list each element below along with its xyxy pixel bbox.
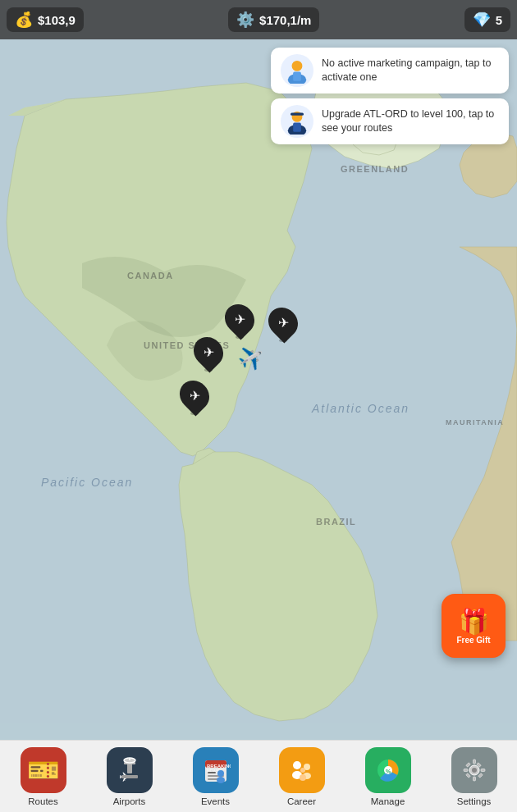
notification-2[interactable]: Upgrade ATL-ORD to level 100, tap to see… bbox=[271, 98, 509, 144]
svg-point-24 bbox=[293, 761, 301, 769]
manage-icon-wrap: % bbox=[365, 747, 411, 793]
nav-airports[interactable]: ✈ Airports bbox=[86, 747, 172, 806]
settings-label: Settings bbox=[457, 796, 492, 806]
gift-icon: 🎁 bbox=[459, 607, 489, 636]
svg-rect-6 bbox=[293, 123, 301, 132]
airport-marker-3[interactable]: ✈ bbox=[194, 336, 222, 372]
free-gift-button[interactable]: 🎁 Free Gift bbox=[442, 594, 506, 658]
revenue-icon: ⚙️ bbox=[236, 11, 254, 29]
manage-label: Manage bbox=[371, 796, 405, 806]
events-label: Events bbox=[201, 796, 230, 806]
notification-1[interactable]: No active marketing campaign, tap to act… bbox=[271, 48, 509, 94]
money-value: $103,9 bbox=[38, 13, 75, 27]
svg-rect-7 bbox=[291, 113, 304, 116]
notif-1-text: No active marketing campaign, tap to act… bbox=[322, 57, 499, 85]
airport-marker-4[interactable]: ✈ bbox=[181, 380, 208, 415]
svg-rect-14 bbox=[121, 775, 138, 778]
nav-routes[interactable]: 🎫 Routes bbox=[0, 747, 86, 806]
svg-point-1 bbox=[292, 61, 303, 71]
svg-point-22 bbox=[217, 770, 224, 777]
svg-rect-39 bbox=[465, 762, 470, 767]
revenue-stat[interactable]: ⚙️ $170,1/m bbox=[228, 7, 319, 32]
notifications-panel: No active marketing campaign, tap to act… bbox=[271, 48, 509, 144]
svg-text:%: % bbox=[386, 769, 391, 774]
svg-point-29 bbox=[300, 774, 306, 781]
diamond-value: 5 bbox=[496, 13, 502, 27]
svg-point-23 bbox=[217, 777, 225, 783]
career-label: Career bbox=[287, 796, 316, 806]
airports-label: Airports bbox=[113, 796, 146, 806]
career-icon-wrap bbox=[279, 747, 325, 793]
svg-point-28 bbox=[300, 768, 305, 773]
nav-career[interactable]: Career bbox=[258, 747, 345, 806]
events-icon-wrap: BREAKING NEWS bbox=[193, 747, 239, 793]
routes-icon-wrap: 🎫 bbox=[21, 747, 66, 793]
airports-icon-wrap: ✈ bbox=[107, 747, 153, 793]
svg-rect-40 bbox=[478, 773, 483, 778]
routes-icon: 🎫 bbox=[27, 755, 60, 786]
notif-1-avatar bbox=[281, 54, 313, 87]
nav-manage[interactable]: % Manage bbox=[345, 747, 431, 806]
notif-2-text: Upgrade ATL-ORD to level 100, tap to see… bbox=[322, 107, 499, 136]
diamond-stat[interactable]: 💎 5 bbox=[464, 7, 510, 32]
money-stat[interactable]: 💰 $103,9 bbox=[7, 7, 84, 32]
money-icon: 💰 bbox=[15, 11, 33, 29]
bottom-nav: 🎫 Routes ✈ Airports bbox=[0, 740, 517, 812]
notif-2-avatar bbox=[281, 105, 313, 138]
nav-events[interactable]: BREAKING NEWS Events bbox=[172, 747, 258, 806]
svg-rect-37 bbox=[464, 769, 468, 771]
svg-rect-3 bbox=[293, 72, 301, 81]
airport-marker-1[interactable]: ✈ bbox=[226, 303, 254, 339]
free-gift-label: Free Gift bbox=[456, 636, 490, 645]
airport-marker-2[interactable]: ✈ bbox=[269, 307, 297, 342]
revenue-value: $170,1/m bbox=[259, 13, 311, 27]
diamond-icon: 💎 bbox=[473, 11, 491, 29]
svg-rect-36 bbox=[473, 777, 475, 781]
svg-rect-19 bbox=[208, 772, 216, 773]
svg-point-34 bbox=[472, 768, 477, 773]
svg-rect-42 bbox=[465, 773, 470, 778]
settings-icon-wrap bbox=[451, 747, 497, 793]
svg-rect-38 bbox=[481, 769, 485, 771]
top-bar: 💰 $103,9 ⚙️ $170,1/m 💎 5 bbox=[0, 0, 517, 39]
routes-label: Routes bbox=[28, 796, 57, 806]
svg-rect-35 bbox=[473, 760, 475, 764]
nav-settings[interactable]: Settings bbox=[431, 747, 517, 806]
